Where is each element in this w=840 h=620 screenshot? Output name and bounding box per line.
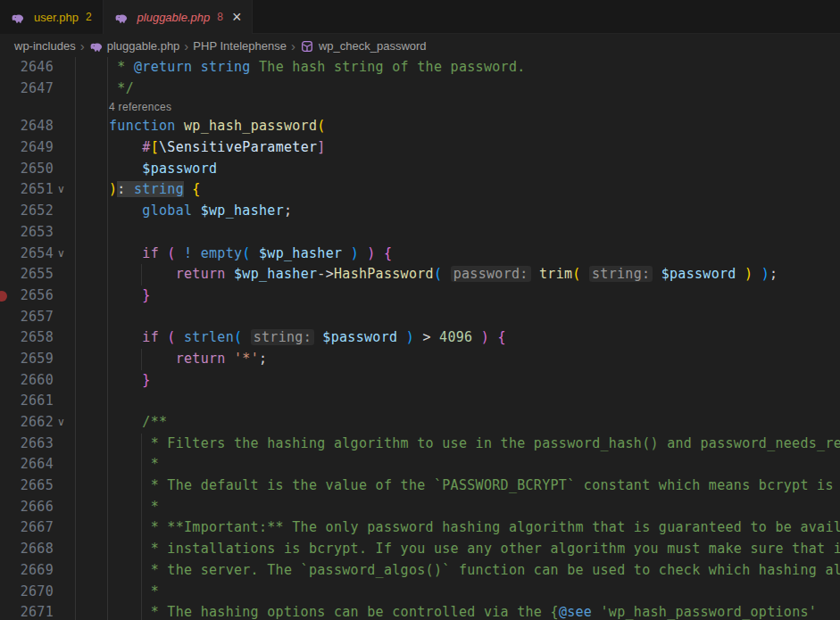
glyph-margin[interactable] (0, 349, 16, 370)
token-cmt: */ (109, 80, 134, 96)
line-number[interactable]: 2651 (16, 179, 54, 201)
line-number[interactable]: 2664 (16, 454, 54, 475)
glyph-margin[interactable] (0, 137, 16, 159)
glyph-margin[interactable] (0, 602, 16, 620)
glyph-margin[interactable] (0, 497, 16, 518)
code-line[interactable]: 2658 if ( strlen( string: $password ) > … (0, 327, 840, 349)
line-number[interactable]: 2669 (16, 560, 54, 582)
glyph-margin[interactable] (0, 517, 16, 539)
token-b2: } (142, 287, 150, 303)
line-number[interactable]: 2663 (16, 434, 54, 455)
token-cmt: * The hashing options can be controlled … (109, 604, 559, 620)
token-kw: strlen (184, 329, 234, 345)
line-number[interactable]: 2654 (16, 244, 54, 265)
glyph-margin[interactable] (0, 179, 16, 201)
code-line[interactable]: 2660 } (0, 370, 840, 392)
line-number[interactable]: 2659 (16, 349, 54, 370)
glyph-margin[interactable] (0, 582, 16, 603)
breadcrumb-item-provider[interactable]: PHP Intelephense (193, 39, 287, 53)
line-number[interactable]: 2655 (16, 264, 54, 285)
line-number[interactable]: 2648 (16, 116, 54, 137)
token-pln (109, 245, 142, 261)
code-line[interactable]: 2653 (0, 222, 840, 244)
line-number[interactable]: 2670 (16, 582, 54, 603)
line-number[interactable]: 2649 (16, 137, 54, 159)
line-number[interactable]: 2650 (16, 159, 54, 180)
line-number[interactable]: 2652 (16, 201, 54, 222)
glyph-margin[interactable] (0, 412, 16, 434)
code-line[interactable]: 2667 * **Important:** The only password … (0, 517, 840, 539)
code-line[interactable]: 2668 * installations is bcrypt. If you u… (0, 539, 840, 560)
code-line[interactable]: 2647 */ (0, 79, 840, 100)
line-number[interactable]: 2667 (16, 517, 54, 539)
code-line[interactable]: 2649 #[\SensitiveParameter] (0, 137, 840, 159)
token-pln (109, 203, 142, 219)
glyph-margin[interactable] (0, 201, 16, 222)
line-number[interactable]: 2657 (16, 307, 54, 328)
line-number[interactable]: 2661 (16, 391, 54, 412)
chevron-down-icon[interactable]: ∨ (57, 244, 65, 265)
code-line[interactable]: 2661 (0, 391, 840, 412)
code-line[interactable]: 2671 * The hashing options can be contro… (0, 602, 840, 620)
chevron-down-icon[interactable]: ∨ (57, 179, 65, 201)
glyph-margin[interactable] (0, 159, 16, 180)
code-line[interactable]: 2648function wp_hash_password( (0, 116, 840, 137)
breadcrumb-item-file[interactable]: pluggable.php (107, 39, 180, 53)
line-number[interactable]: 2666 (16, 497, 54, 518)
line-number[interactable]: 2662 (16, 412, 54, 434)
glyph-margin[interactable] (0, 327, 16, 349)
code-line[interactable]: 2665 * The default is the value of the `… (0, 475, 840, 497)
code-line[interactable]: 2664 * (0, 454, 840, 475)
code-line[interactable]: 2646 * @return string The hash string of… (0, 57, 840, 79)
breakpoint-icon[interactable] (0, 291, 7, 302)
line-number[interactable]: 2658 (16, 327, 54, 349)
code-line[interactable]: 2663 * Filters the hashing algorithm to … (0, 434, 840, 455)
line-number[interactable]: 2665 (16, 475, 54, 497)
glyph-margin[interactable] (0, 560, 16, 582)
codelens-references[interactable]: 4 references (0, 99, 840, 116)
chevron-down-icon[interactable]: ∨ (57, 412, 65, 434)
line-number[interactable]: 2660 (16, 370, 54, 392)
code-line[interactable]: 2654∨ if ( ! empty( $wp_hasher ) ) { (0, 244, 840, 265)
glyph-margin[interactable] (0, 222, 16, 244)
glyph-margin[interactable] (0, 539, 16, 560)
token-b1: [ (151, 139, 159, 155)
breadcrumb-item-symbol[interactable]: wp_check_password (319, 39, 427, 53)
glyph-margin[interactable] (0, 79, 16, 100)
code-line[interactable]: 2670 * (0, 582, 840, 603)
token-cmt: /** (142, 414, 167, 430)
glyph-margin[interactable] (0, 307, 16, 328)
code-line[interactable]: 2669 * the server. The `password_algos()… (0, 560, 840, 582)
glyph-margin[interactable] (0, 285, 16, 307)
line-number[interactable]: 2646 (16, 57, 54, 79)
code-line[interactable]: 2657 (0, 307, 840, 328)
glyph-margin[interactable] (0, 475, 16, 497)
code-line[interactable]: 2662∨ /** (0, 412, 840, 434)
glyph-margin[interactable] (0, 370, 16, 392)
glyph-margin[interactable] (0, 391, 16, 412)
tab-user-php[interactable]: user.php 2 (0, 0, 104, 34)
breadcrumb-item-folder[interactable]: wp-includes (14, 39, 76, 53)
glyph-margin[interactable] (0, 57, 16, 79)
line-number[interactable]: 2671 (16, 602, 54, 620)
code-line[interactable]: 2655 return $wp_hasher->HashPassword( pa… (0, 264, 840, 285)
glyph-margin[interactable] (0, 116, 16, 137)
code-line[interactable]: 2652 global $wp_hasher; (0, 201, 840, 222)
glyph-margin[interactable] (0, 454, 16, 475)
code-line[interactable]: 2659 return '*'; (0, 349, 840, 370)
close-icon[interactable]: × (232, 9, 242, 25)
code-editor[interactable]: 2646 * @return string The hash string of… (0, 57, 840, 620)
fold-gutter (54, 285, 109, 307)
line-number[interactable]: 2653 (16, 222, 54, 244)
line-number[interactable]: 2647 (16, 79, 54, 100)
code-line[interactable]: 2651∨): string { (0, 179, 840, 201)
code-line[interactable]: 2656 } (0, 285, 840, 307)
code-line[interactable]: 2666 * (0, 497, 840, 518)
glyph-margin[interactable] (0, 244, 16, 265)
tab-pluggable-php[interactable]: pluggable.php 8 × (104, 0, 254, 34)
glyph-margin[interactable] (0, 264, 16, 285)
line-number[interactable]: 2656 (16, 285, 54, 307)
glyph-margin[interactable] (0, 434, 16, 455)
code-line[interactable]: 2650 $password (0, 159, 840, 180)
line-number[interactable]: 2668 (16, 539, 54, 560)
